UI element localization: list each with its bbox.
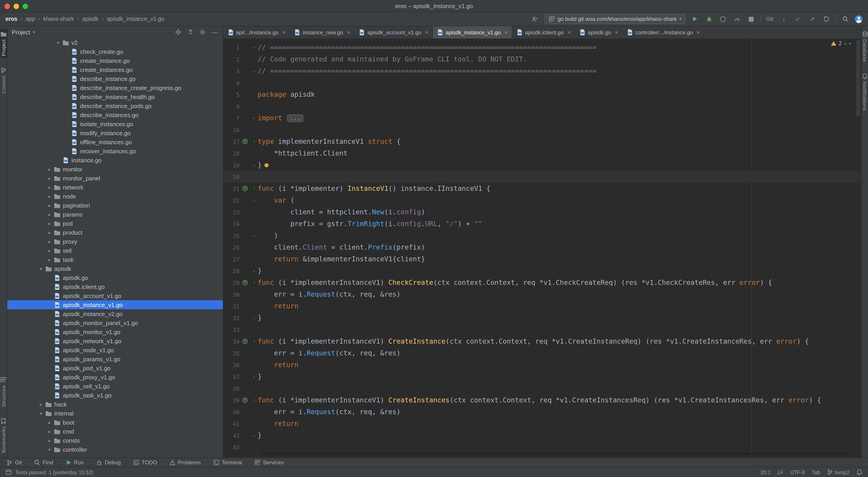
fold-icon[interactable]: ▾ [250,398,258,403]
editor-tab[interactable]: api/.../instance.go× [223,26,290,38]
editor-tab[interactable]: apisdk_instance_v1.go× [433,26,512,38]
toolwindow-button-database[interactable]: Database [861,29,868,64]
panel-settings-button[interactable] [199,28,206,36]
code-line[interactable]: 21▾func (i *implementer) InstanceV1() in… [223,183,861,195]
tab-close-icon[interactable]: × [615,29,618,36]
fold-icon[interactable]: ▾ [250,139,258,144]
tree-item[interactable]: describe_instance_health.go [7,92,223,101]
breadcrumb-item[interactable]: app [26,16,35,22]
debug-button[interactable] [705,14,714,24]
history-button[interactable] [822,14,831,24]
close-window-button[interactable] [4,4,10,9]
tree-item[interactable]: apisdk_account_v1.go [7,291,223,300]
tree-item[interactable]: isolate_instances.go [7,119,223,128]
push-button[interactable]: ↗ [807,14,816,24]
tree-item[interactable]: apisdk_sell_v1.go [7,382,223,391]
fold-icon[interactable]: ▾ [250,280,258,285]
tree-item[interactable]: ▸pod [7,219,223,228]
tree-chevron-icon[interactable]: ▸ [46,438,53,443]
fold-icon[interactable]: ▴ [250,233,258,238]
toolwindow-button-debug[interactable]: Debug [96,459,121,466]
tree-chevron-icon[interactable]: ▸ [37,402,44,407]
tree-chevron-icon[interactable]: ▾ [55,40,61,45]
fold-icon[interactable]: ▴ [250,316,258,320]
tree-item[interactable]: apisdk_proxy_v1.go [7,372,223,382]
tree-item[interactable]: ▸task [7,255,223,264]
code-line[interactable]: 1▾// ===================================… [223,41,861,53]
fold-icon[interactable]: ▴ [250,375,258,379]
tree-item[interactable]: apisdk_instance_v1.go [7,300,223,309]
code-line[interactable]: 37▴} [223,371,861,383]
code-line[interactable]: 6 [223,100,861,112]
prev-problem-icon[interactable]: ▴ [844,41,846,46]
toolwindow-button-project[interactable]: Project [0,29,7,58]
tree-item[interactable]: ▸product [7,228,223,237]
editor-tab[interactable]: apisdk.iclient.go× [513,26,575,38]
status-icon[interactable] [5,469,12,475]
tree-chevron-icon[interactable]: ▾ [46,447,53,452]
zoom-window-button[interactable] [23,4,28,9]
code-line[interactable]: 39▾func (i *implementerInstanceV1) Creat… [223,394,861,406]
tree-item[interactable]: apisdk_monitor_panel_v1.go [7,318,223,327]
tree-item[interactable]: ▸proxy [7,237,223,246]
tab-close-icon[interactable]: × [282,29,285,36]
tree-item[interactable]: ▸boot [7,418,223,427]
caret-position[interactable]: 20:1 [761,470,771,475]
editor-tab[interactable]: controller/.../instance.go× [623,26,705,38]
code-line[interactable]: 27 return &implementerInstanceV1{client} [223,253,861,265]
search-everywhere-button[interactable] [841,14,850,24]
editor-tab[interactable]: apisdk.go× [575,26,623,38]
hide-panel-button[interactable]: — [211,28,218,36]
code-line[interactable]: 40 err = i.Request(ctx, req, &res) [223,406,861,418]
code-line[interactable]: 23 client = httpclient.New(i.config) [223,206,861,218]
toolwindow-button-bookmarks[interactable]: Bookmarks [0,416,7,455]
tree-item[interactable]: ▾controller [7,445,223,454]
update-project-button[interactable]: ↓ [779,14,788,24]
breadcrumb-item[interactable]: khaos-shark [43,16,74,22]
tree-item[interactable]: ▾apisdk [7,264,223,273]
tree-chevron-icon[interactable]: ▸ [46,203,53,208]
tree-chevron-icon[interactable]: ▾ [37,411,44,416]
indent-style[interactable]: Tab [812,470,820,475]
breadcrumb-item[interactable]: apisdk [82,16,98,22]
tree-chevron-icon[interactable]: ▸ [46,230,53,235]
tree-item[interactable]: describe_instances.go [7,110,223,119]
tree-chevron-icon[interactable]: ▸ [46,248,53,253]
tree-chevron-icon[interactable]: ▸ [46,176,53,181]
tree-item[interactable]: offline_instances.go [7,138,223,147]
run-configuration-select[interactable]: go build git.woa.com/khaos/eros/app/khao… [545,14,686,24]
code-line[interactable]: 5package apisdk [223,89,861,100]
tree-item[interactable]: apisdk_monitor_v1.go [7,327,223,336]
fold-icon[interactable]: ▸ [250,116,258,120]
code-line[interactable]: 36 return [223,359,861,371]
inspections-widget[interactable]: 2 ▴ ▾ [831,40,851,47]
toolwindow-button-git[interactable]: Git [6,459,22,466]
tree-item[interactable]: ▾v2 [7,38,223,47]
tree-item[interactable]: apisdk_task_v1.go [7,391,223,400]
tree-item[interactable]: ▸cmd [7,427,223,436]
tree-chevron-icon[interactable]: ▸ [46,420,53,425]
fold-icon[interactable]: ▾ [250,186,258,191]
editor-tab[interactable]: apisdk_account_v1.go× [355,26,433,38]
notifications-icon[interactable] [856,469,863,475]
tree-item[interactable]: apisdk_params_v1.go [7,355,223,363]
file-encoding[interactable]: UTF-8 [790,470,805,475]
tree-item[interactable]: apisdk_pod_v1.go [7,363,223,372]
toolwindow-button-commit[interactable]: Commit [0,65,7,96]
tab-close-icon[interactable]: × [425,29,428,36]
tree-chevron-icon[interactable]: ▸ [46,185,53,190]
code-line[interactable]: 28▴} [223,265,861,277]
tree-item[interactable]: apisdk.go [7,273,223,282]
tree-item[interactable]: modify_instance.go [7,128,223,138]
tree-item[interactable]: describe_instance.go [7,74,223,83]
breadcrumb-item[interactable]: apisdk_instance_v1.go [107,16,164,22]
code-line[interactable]: 32▴} [223,312,861,324]
next-problem-icon[interactable]: ▾ [849,41,851,46]
tab-close-icon[interactable]: × [347,29,350,36]
breadcrumb-item[interactable]: eros [5,16,18,22]
user-avatar[interactable] [855,15,863,23]
code-line[interactable]: 16 [223,124,861,136]
code-line[interactable]: 3▴// ===================================… [223,65,861,77]
tree-item[interactable]: ▸consts [7,436,223,445]
fold-icon[interactable]: ▴ [250,69,258,73]
